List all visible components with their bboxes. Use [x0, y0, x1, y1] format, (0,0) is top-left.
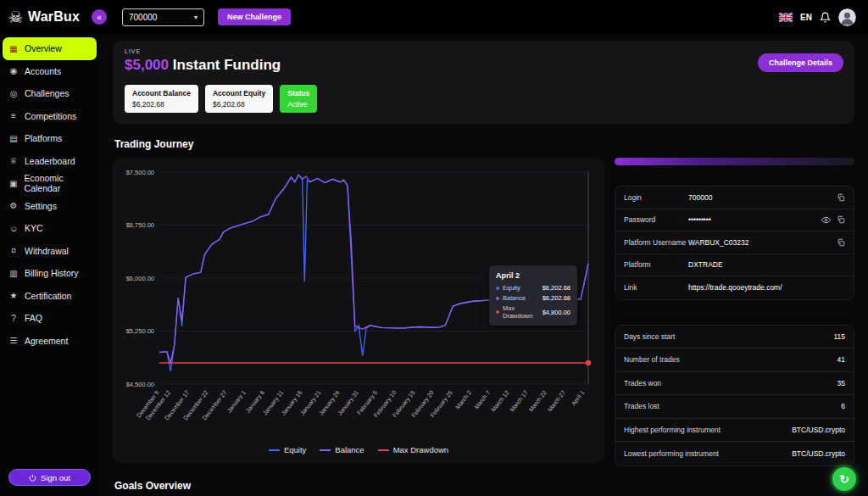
legend-balance[interactable]: Balance: [320, 445, 364, 454]
sidebar-item-label: Platforms: [25, 133, 62, 143]
svg-text:$4,500.00: $4,500.00: [126, 381, 154, 388]
sidebar-item-label: KYC: [25, 223, 43, 233]
challenge-type: Instant Funding: [173, 57, 281, 73]
balance-swatch-icon: [320, 449, 331, 451]
tooltip-balance-row: Balance $6,202.68: [496, 294, 570, 302]
power-icon: [29, 474, 36, 482]
stat-label: Days since start: [624, 332, 675, 341]
tooltip-value: $6,202.68: [542, 284, 570, 292]
legend-equity[interactable]: Equity: [269, 445, 306, 454]
new-challenge-button[interactable]: New Challenge: [218, 8, 291, 25]
sidebar-list: ▦ Overview ◉ Accounts ◎ Challenges ≡ Com…: [0, 34, 99, 352]
copy-icon[interactable]: [837, 215, 845, 224]
sidebar-item-billing-history[interactable]: ▥ Billing History: [0, 262, 99, 285]
credential-value: 700000: [688, 193, 837, 202]
layers-icon: ▤: [8, 134, 19, 143]
stat-label: Lowest performing instrument: [624, 449, 719, 458]
calendar-icon: ▣: [8, 179, 19, 188]
account-stats-card: Days since start 115 Number of trades 41…: [615, 325, 854, 466]
chip-label: Account Equity: [213, 89, 265, 98]
svg-text:March 22: March 22: [528, 389, 548, 412]
users-icon: ☺: [8, 224, 19, 233]
question-icon: ?: [8, 314, 19, 323]
credential-row-login: Login 700000: [615, 187, 854, 209]
challenge-hero-card: LIVE $5,000 Instant Funding Challenge De…: [113, 41, 854, 124]
sidebar-item-competitions[interactable]: ≡ Competitions: [0, 105, 99, 128]
credential-value: •••••••••: [688, 215, 821, 224]
sidebar-item-certification[interactable]: ★ Certification: [0, 285, 99, 308]
sidebar-item-overview[interactable]: ▦ Overview: [3, 37, 97, 60]
challenge-details-button[interactable]: Challenge Details: [758, 53, 843, 72]
grid-icon: ▦: [8, 44, 19, 53]
sidebar-item-agreement[interactable]: ☰ Agreement: [0, 330, 99, 353]
sidebar-item-label: Settings: [25, 201, 57, 211]
top-bar: ☠ WarBux « 700000 ▾ New Challenge EN: [0, 0, 868, 34]
credential-row-link: Link https://trade.qooeytrade.com/: [615, 276, 854, 299]
sidebar-item-label: Accounts: [25, 66, 61, 76]
chart-legend: Equity Balance Max Drawdown: [119, 445, 598, 454]
tooltip-label: Max Drawdown: [503, 304, 542, 320]
skull-logo-icon: ☠: [8, 9, 23, 25]
gradient-accent-bar: [615, 158, 854, 165]
sidebar-item-faq[interactable]: ? FAQ: [0, 307, 99, 330]
trading-journey-chart-card: $7,500.00$6,750.00$6,000.00$5,250.00$4,5…: [113, 158, 604, 463]
sidebar-item-label: Challenges: [25, 88, 70, 98]
credential-row-platform: Platform DXTRADE: [615, 254, 854, 277]
sidebar-item-settings[interactable]: ⚙ Settings: [0, 195, 99, 218]
credential-row-password: Password •••••••••: [615, 209, 854, 232]
svg-text:March 17: March 17: [509, 389, 529, 412]
sidebar-item-label: Agreement: [25, 336, 68, 346]
eye-icon[interactable]: [821, 215, 831, 225]
sidebar-item-label: Economic Calendar: [25, 173, 99, 193]
goals-overview-title: Goals Overview: [114, 480, 854, 492]
credential-label: Platform Username: [624, 238, 688, 247]
sidebar-item-platforms[interactable]: ▤ Platforms: [0, 127, 99, 150]
platform-link[interactable]: https://trade.qooeytrade.com/: [688, 283, 845, 292]
credential-value: WARBUX_C03232: [688, 238, 837, 247]
chip-value: Active: [287, 100, 309, 109]
sidebar-item-leaderboard[interactable]: ♕ Leaderboard: [0, 150, 99, 173]
legend-max-drawdown[interactable]: Max Drawdown: [378, 445, 448, 454]
sidebar-item-label: Overview: [25, 43, 62, 53]
stat-value: 115: [833, 332, 845, 341]
status-badge: Status Active: [280, 85, 317, 113]
notifications-bell-icon[interactable]: [820, 12, 831, 23]
stat-row-trades-won: Trades won 35: [615, 372, 854, 396]
sidebar-item-economic-calendar[interactable]: ▣ Economic Calendar: [0, 172, 99, 195]
chip-label: Account Balance: [132, 89, 191, 98]
stat-label: Trades lost: [624, 402, 659, 410]
svg-text:March 27: March 27: [547, 389, 567, 412]
challenge-title: $5,000 Instant Funding: [125, 57, 843, 74]
account-select-value: 700000: [129, 13, 157, 22]
user-avatar[interactable]: [838, 8, 856, 26]
main-content: LIVE $5,000 Instant Funding Challenge De…: [99, 34, 868, 496]
uk-flag-icon[interactable]: [779, 13, 793, 22]
challenge-amount: $5,000: [125, 57, 169, 73]
brand: ☠ WarBux: [0, 9, 88, 25]
sidebar-item-accounts[interactable]: ◉ Accounts: [0, 60, 99, 83]
drawdown-swatch-icon: [378, 449, 389, 451]
sidebar-item-kyc[interactable]: ☺ KYC: [0, 217, 99, 240]
copy-icon[interactable]: [837, 193, 845, 202]
sidebar-item-withdrawal[interactable]: ¤ Withdrawal: [0, 240, 99, 263]
equity-dot-icon: [496, 287, 499, 290]
legend-label: Max Drawdown: [393, 445, 448, 454]
copy-icon[interactable]: [837, 238, 845, 247]
gear-icon: ⚙: [8, 201, 19, 210]
svg-text:April 1: April 1: [570, 389, 587, 407]
equity-swatch-icon: [269, 449, 280, 451]
svg-text:$5,250.00: $5,250.00: [126, 327, 154, 335]
svg-text:$6,750.00: $6,750.00: [126, 221, 154, 229]
sidebar-item-challenges[interactable]: ◎ Challenges: [0, 82, 99, 105]
svg-text:$6,000.00: $6,000.00: [126, 275, 154, 282]
sign-out-button[interactable]: Sign out: [8, 469, 91, 486]
stat-label: Highest performing instrument: [624, 426, 721, 434]
account-select[interactable]: 700000 ▾: [122, 8, 204, 26]
legend-label: Balance: [335, 445, 364, 454]
topbar-right: EN: [779, 8, 868, 26]
sidebar-collapse-button[interactable]: «: [92, 9, 107, 25]
support-fab-button[interactable]: ↻: [832, 467, 856, 491]
trading-journey-title: Trading Journey: [114, 138, 854, 150]
tooltip-date: April 2: [496, 271, 570, 280]
language-label[interactable]: EN: [800, 13, 812, 22]
